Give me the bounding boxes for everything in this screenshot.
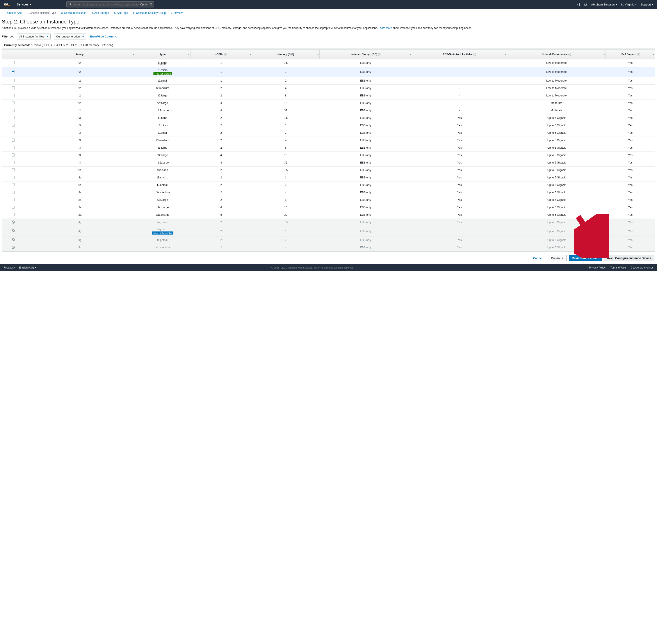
table-row[interactable]: t2t2.medium24EBS only-Low to ModerateYes: [2, 85, 655, 92]
previous-button[interactable]: Previous: [548, 255, 566, 261]
feedback-link[interactable]: Feedback: [3, 266, 15, 269]
table-row[interactable]: t3t3.xlarge416EBS onlyYesUp to 5 Gigabit…: [2, 152, 655, 159]
table-row[interactable]: t3t3.large28EBS onlyYesUp to 5 GigabitYe…: [2, 144, 655, 152]
row-checkbox[interactable]: [12, 70, 15, 73]
sort-handle-icon[interactable]: ▾: [505, 53, 506, 55]
cloudshell-icon[interactable]: [576, 2, 580, 6]
next-button[interactable]: Next: Configure Instance Details: [604, 255, 654, 261]
col-header-8[interactable]: IPv6 Supporti▾: [606, 49, 655, 59]
info-icon[interactable]: i: [473, 53, 476, 56]
services-menu[interactable]: Services: [17, 3, 31, 6]
wizard-tab-1[interactable]: 2. Choose Instance Type: [24, 10, 59, 16]
table-row[interactable]: t2t2.2xlarge832EBS only-ModerateYes: [2, 107, 655, 114]
table-row[interactable]: t3at3a.medium24EBS onlyYesUp to 5 Gigabi…: [2, 189, 655, 196]
col-header-2[interactable]: Type▾: [135, 49, 190, 59]
row-checkbox[interactable]: [12, 146, 15, 149]
sort-handle-icon[interactable]: ▾: [133, 53, 134, 55]
table-row[interactable]: t3at3a.xlarge416EBS onlyYesUp to 5 Gigab…: [2, 204, 655, 211]
account-menu[interactable]: Abraham Simpson: [591, 3, 617, 6]
table-row[interactable]: t4gt4g.nano20.5EBS onlyYesUp to 5 Gigabi…: [2, 218, 655, 226]
sort-handle-icon[interactable]: ▾: [188, 53, 189, 55]
sort-handle-icon[interactable]: ▾: [317, 53, 319, 55]
language-menu[interactable]: English (US): [19, 266, 37, 269]
aws-logo[interactable]: aws: [3, 2, 12, 7]
notifications-icon[interactable]: [584, 3, 587, 6]
show-hide-columns-link[interactable]: Show/Hide Columns: [89, 35, 117, 38]
privacy-link[interactable]: Privacy Policy: [589, 266, 606, 269]
info-icon[interactable]: i: [637, 53, 640, 56]
cell-memory: 1: [252, 174, 320, 181]
table-row[interactable]: t4gt4g.microFree Trial available21EBS on…: [2, 226, 655, 236]
info-icon[interactable]: i: [224, 53, 227, 56]
row-checkbox[interactable]: [12, 79, 15, 82]
info-icon[interactable]: i: [378, 53, 381, 56]
col-header-3[interactable]: vCPUsi▾: [190, 49, 252, 59]
table-row[interactable]: t2t2.small12EBS only-Low to ModerateYes: [2, 77, 655, 85]
table-row[interactable]: t3t3.medium24EBS onlyYesUp to 5 GigabitY…: [2, 137, 655, 144]
row-checkbox[interactable]: [12, 116, 15, 119]
table-row[interactable]: t3t3.2xlarge832EBS onlyYesUp to 5 Gigabi…: [2, 159, 655, 166]
review-launch-button[interactable]: Review and Launch: [569, 255, 602, 261]
table-row[interactable]: t3t3.nano20.5EBS onlyYesUp to 5 GigabitY…: [2, 114, 655, 122]
generation-filter[interactable]: Current generation: [54, 33, 86, 40]
region-menu[interactable]: N. Virginia: [621, 3, 637, 6]
row-checkbox[interactable]: [12, 61, 15, 64]
table-row[interactable]: t2t2.nano10.5EBS only-Low to ModerateYes: [2, 59, 655, 67]
row-checkbox[interactable]: [12, 124, 15, 127]
table-row[interactable]: t4gt4g.medium24EBS onlyYesUp to 5 Gigabi…: [2, 244, 655, 251]
wizard-tab-3[interactable]: 4. Add Storage: [89, 10, 111, 16]
table-row[interactable]: t2t2.xlarge416EBS only-ModerateYes: [2, 99, 655, 107]
row-checkbox[interactable]: [12, 206, 15, 209]
table-row[interactable]: t4gt4g.small22EBS onlyYesUp to 5 Gigabit…: [2, 236, 655, 244]
table-row[interactable]: t2t2.large28EBS only-Low to ModerateYes: [2, 92, 655, 99]
row-checkbox[interactable]: [12, 191, 15, 194]
row-checkbox[interactable]: [12, 183, 15, 186]
table-row[interactable]: t3t3.micro21EBS onlyYesUp to 5 GigabitYe…: [2, 122, 655, 129]
wizard-tab-5[interactable]: 6. Configure Security Group: [131, 10, 168, 16]
cancel-button[interactable]: Cancel: [530, 255, 546, 261]
row-checkbox[interactable]: [12, 161, 15, 164]
wizard-tab-4[interactable]: 5. Add Tags: [112, 10, 131, 16]
table-row[interactable]: t3at3a.small22EBS onlyYesUp to 5 Gigabit…: [2, 181, 655, 189]
cookies-link[interactable]: Cookie preferences: [631, 266, 654, 269]
wizard-tab-0[interactable]: 1. Choose AMI: [2, 10, 24, 16]
sort-handle-icon[interactable]: ▾: [653, 53, 654, 55]
row-checkbox[interactable]: [12, 109, 15, 112]
table-row[interactable]: t3at3a.nano20.5EBS onlyYesUp to 5 Gigabi…: [2, 166, 655, 174]
row-checkbox[interactable]: [12, 101, 15, 104]
row-checkbox[interactable]: [12, 139, 15, 142]
row-checkbox[interactable]: [12, 213, 15, 216]
cell-ebs: Yes: [412, 137, 507, 144]
global-search[interactable]: [Option+S]: [66, 1, 154, 7]
col-header-5[interactable]: Instance Storage (GB)i▾: [320, 49, 412, 59]
row-checkbox[interactable]: [12, 154, 15, 157]
wizard-tab-6[interactable]: 7. Review: [168, 10, 185, 16]
search-input[interactable]: [73, 3, 138, 6]
col-header-0[interactable]: [2, 49, 24, 59]
family-filter[interactable]: All instance families: [17, 33, 51, 40]
wizard-tab-2[interactable]: 3. Configure Instance: [59, 10, 89, 16]
col-header-7[interactable]: Network Performancei▾: [507, 49, 606, 59]
badge: Free Trial available: [152, 231, 174, 234]
sort-handle-icon[interactable]: ▾: [250, 53, 251, 55]
sort-handle-icon[interactable]: ▾: [604, 53, 605, 55]
col-header-6[interactable]: EBS-Optimized Availablei▾: [412, 49, 507, 59]
table-row[interactable]: t2t2.microFree tier eligible11EBS only-L…: [2, 67, 655, 77]
learn-more-link[interactable]: Learn more: [379, 26, 392, 29]
row-checkbox[interactable]: [12, 168, 15, 171]
info-icon[interactable]: i: [568, 53, 571, 56]
table-row[interactable]: t3at3a.micro21EBS onlyYesUp to 5 Gigabit…: [2, 174, 655, 181]
table-row[interactable]: t3at3a.large28EBS onlyYesUp to 5 Gigabit…: [2, 196, 655, 204]
terms-link[interactable]: Terms of Use: [610, 266, 626, 269]
row-checkbox[interactable]: [12, 198, 15, 201]
col-header-1[interactable]: Family▾: [24, 49, 135, 59]
row-checkbox[interactable]: [12, 94, 15, 97]
table-row[interactable]: t3t3.small22EBS onlyYesUp to 5 GigabitYe…: [2, 129, 655, 137]
row-checkbox[interactable]: [12, 86, 15, 89]
sort-handle-icon[interactable]: ▾: [410, 53, 411, 55]
col-header-4[interactable]: Memory (GiB)▾: [252, 49, 320, 59]
support-menu[interactable]: Support: [641, 3, 654, 6]
table-row[interactable]: t3at3a.2xlarge832EBS onlyYesUp to 5 Giga…: [2, 211, 655, 218]
row-checkbox[interactable]: [12, 176, 15, 179]
row-checkbox[interactable]: [12, 131, 15, 134]
